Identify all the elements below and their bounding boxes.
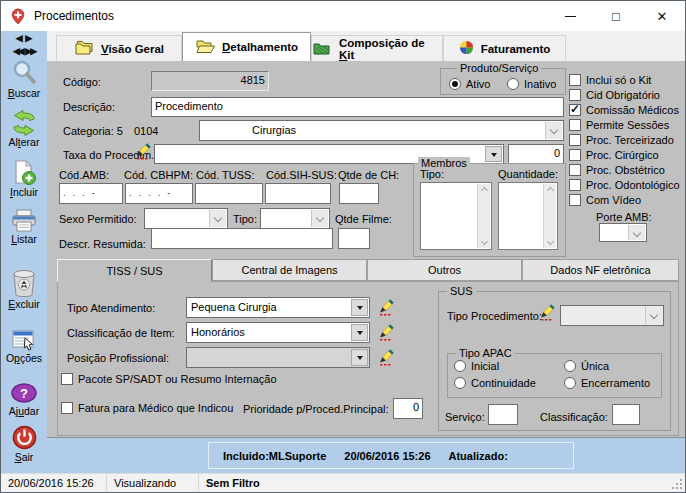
edit-pencil-icon[interactable] [377,348,395,366]
subtab-outros[interactable]: Outros [367,259,522,281]
checkbox[interactable] [569,89,581,101]
maximize-button[interactable]: □ [593,1,639,31]
flag-permite-sessoes[interactable]: Permite Sessões [569,118,669,132]
prioridade-field[interactable]: 0 [393,398,423,419]
tab-composicao-kit[interactable]: Composição de Kit [311,35,443,61]
tipo-procedimento-combo[interactable] [560,305,664,326]
checkbox[interactable] [569,134,581,146]
chevron-down-icon[interactable] [645,307,662,324]
flag-proc-odontologico[interactable]: Proc. Odontológico [569,178,680,192]
membros-quantidade-list[interactable] [498,182,558,250]
chevron-down-icon[interactable] [311,210,328,227]
flag-proc-cirurgico[interactable]: Proc. Cirúrgico [569,148,659,162]
radio[interactable] [564,377,576,389]
cod-sihsus-field[interactable] [265,183,331,204]
tab-detalhamento[interactable]: Detalhamento [182,32,311,61]
subtab-central-imagens[interactable]: Central de Imagens [212,259,367,281]
checkbox[interactable] [61,373,73,385]
radio[interactable] [454,377,466,389]
dropdown-arrow-icon[interactable] [485,146,502,162]
close-button[interactable]: ✕ [639,1,685,31]
chevron-down-icon[interactable] [545,122,562,139]
cod-tuss-field[interactable] [195,183,263,204]
checkbox[interactable] [569,74,581,86]
apac-continuidade[interactable]: Continuidade [454,376,536,390]
descr-resumida-field[interactable] [151,228,333,249]
flag-cid-obrigatorio[interactable]: Cid Obrigatório [569,88,660,102]
cod-cbhpm-field[interactable]: . . . . - [125,183,193,204]
sidebar-item-excluir[interactable]: Excluir [1,269,47,310]
flag-proc-terceirizado[interactable]: Proc. Terceirizado [569,133,674,147]
flag-com-video[interactable]: Com Vídeo [569,193,641,207]
cod-amb-field[interactable]: . . . - [59,183,123,204]
radio-inativo-circle[interactable] [507,78,519,90]
edit-pencil-icon[interactable] [538,303,556,321]
descricao-field[interactable]: Procedimento [151,97,564,117]
dropdown-arrow-icon[interactable] [351,324,368,341]
flag-comissao-medicos[interactable]: Comissão Médicos [569,103,679,117]
nav-first-icon[interactable]: ◀◀ [13,46,23,56]
nav-next-icon[interactable]: ▶ [25,33,32,43]
tab-visao-geral[interactable]: Visão Geral [56,35,182,61]
flag-inclui-so-kit[interactable]: Inclui só o Kit [569,73,651,87]
subtab-tiss-sus[interactable]: TISS / SUS [57,259,212,282]
minimize-button[interactable] [547,1,593,31]
radio-ativo-circle[interactable] [449,78,461,90]
subtab-dados-nf[interactable]: Dados NF eletrônica [522,259,679,281]
resize-grip[interactable] [680,487,682,489]
taxa-value-field[interactable]: 0 [508,144,564,164]
checkbox[interactable] [569,164,581,176]
sidebar-item-alterar[interactable]: Alterar [1,110,47,148]
checkbox[interactable] [569,194,581,206]
sidebar-item-buscar[interactable]: Buscar [1,59,47,99]
tipo-combo[interactable] [260,208,330,229]
fatura-checkbox-row[interactable]: Fatura para Médico que Indicou [61,401,233,415]
nav-last-icon[interactable]: ▶▶ [25,46,35,56]
sidebar-item-listar[interactable]: Listar [1,208,47,245]
radio-inativo[interactable]: Inativo [507,77,556,91]
chevron-down-icon[interactable] [209,210,226,227]
dropdown-arrow-icon[interactable] [351,349,368,366]
edit-pencil-icon[interactable] [134,142,152,160]
radio[interactable] [564,360,576,372]
tipo-atendimento-combo[interactable]: Pequena Cirurgia [186,297,370,318]
dropdown-arrow-icon[interactable] [351,299,368,316]
membros-tipo-list[interactable] [420,182,492,250]
classificacao-item-combo[interactable]: Honorários [186,322,370,343]
sidebar-label-buscar: Buscar [1,87,47,99]
checkbox[interactable] [569,104,581,116]
qtde-filme-field[interactable] [338,228,370,249]
edit-pencil-icon[interactable] [377,298,395,316]
sidebar-item-ajudar[interactable]: ? Ajudar [1,382,47,417]
scrollbar[interactable] [543,184,556,248]
radio[interactable] [454,360,466,372]
nav-prev-icon[interactable]: ◀ [16,33,23,43]
window-title: Procedimentos [34,9,114,23]
chevron-down-icon[interactable] [628,225,645,240]
checkbox[interactable] [61,402,73,414]
categoria-combo[interactable]: Cirurgias [199,120,564,141]
pacote-checkbox-row[interactable]: Pacote SP/SADT ou Resumo Internação [61,372,277,386]
classificacao-field[interactable] [612,404,640,425]
sidebar-item-incluir[interactable]: Incluir [1,159,47,198]
radio-ativo[interactable]: Ativo [449,77,490,91]
detalhamento-page: Código: 4815 Produto/Serviço Ativo Inati… [47,61,685,437]
apac-unica[interactable]: Única [564,359,609,373]
checkbox[interactable] [569,179,581,191]
servico-field[interactable] [488,404,518,425]
checkbox[interactable] [569,119,581,131]
qtde-ch-field[interactable] [339,183,379,204]
sidebar-item-opcoes[interactable]: Opções [1,329,47,364]
categoria-label: Categoria: 5 [63,125,123,137]
tab-faturamento[interactable]: Faturamento [443,35,566,61]
edit-pencil-icon[interactable] [377,323,395,341]
apac-encerramento[interactable]: Encerramento [564,376,650,390]
flag-proc-obstetrico[interactable]: Proc. Obstétrico [569,163,665,177]
posicao-profissional-combo[interactable] [186,347,370,368]
sexo-permitido-combo[interactable] [144,208,228,229]
checkbox[interactable] [569,149,581,161]
scrollbar[interactable] [477,184,490,248]
porte-amb-combo[interactable] [599,223,647,242]
sidebar-item-sair[interactable]: Sair [1,424,47,463]
apac-inicial[interactable]: Inicial [454,359,499,373]
